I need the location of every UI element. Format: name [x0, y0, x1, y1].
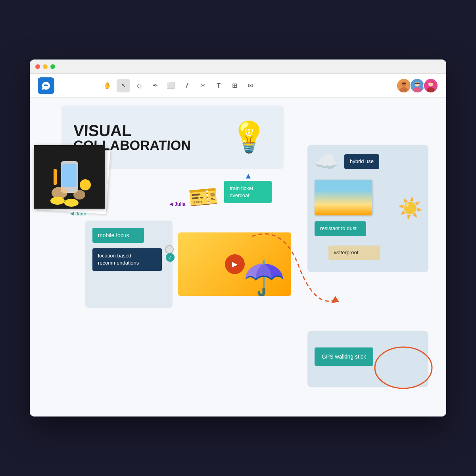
avatar-user1[interactable] — [396, 78, 411, 93]
cursor-jane: Jane — [70, 211, 86, 217]
svg-point-12 — [80, 179, 91, 190]
video-card[interactable]: ☂️ ▶ — [178, 232, 291, 296]
svg-marker-20 — [331, 296, 339, 303]
phone-photo — [34, 145, 105, 209]
sticky-mobile-focus[interactable]: mobile focus — [92, 228, 144, 243]
cursor-julia: Julia — [169, 202, 185, 207]
avatar-user2[interactable] — [410, 78, 425, 93]
sticky-resistant[interactable]: resistant to dust — [315, 221, 366, 236]
tool-table[interactable]: ⊞ — [228, 79, 241, 92]
tool-email[interactable]: ✉ — [244, 79, 257, 92]
sticky-waterproof[interactable]: waterproof — [328, 246, 380, 260]
svg-rect-13 — [54, 169, 57, 185]
avatar-user3[interactable] — [423, 78, 438, 93]
sticky-train-ticket[interactable]: train ticket overcoat — [224, 181, 272, 203]
train-ticket-area: 🎫 train ticket overcoat — [188, 181, 272, 211]
tool-pen[interactable]: ✒ — [148, 79, 162, 92]
svg-point-4 — [415, 82, 420, 86]
browser-titlebar — [30, 60, 446, 74]
sky-photo — [315, 180, 372, 215]
left-panel: mobile focus location based recommendati… — [85, 221, 173, 308]
umbrella-icon: ☂️ — [243, 258, 285, 296]
sticky-hybrid-use[interactable]: hybrid use — [344, 154, 379, 169]
toolbar: ✋ ↖ ◇ ✒ ⬜ / ✂ T ⊞ ✉ — [30, 74, 446, 98]
sticky-location-based[interactable]: location based recommendations — [92, 248, 162, 271]
canvas[interactable]: VISUAL COLLABORATION 💡 Jason — [30, 98, 446, 416]
svg-point-19 — [64, 199, 79, 207]
sun-drawing: ☀️ — [398, 197, 422, 220]
traffic-lights — [35, 64, 55, 69]
right-panel-top: ☁️ hybrid use ☀️ resistant to dust water… — [307, 145, 428, 272]
svg-rect-15 — [62, 164, 77, 187]
toolbar-avatars — [398, 78, 438, 93]
tool-hand[interactable]: ✋ — [101, 79, 114, 92]
tool-eraser[interactable]: ⬜ — [164, 79, 178, 92]
app-content: ✋ ↖ ◇ ✒ ⬜ / ✂ T ⊞ ✉ — [30, 74, 446, 416]
cloud-icon: ☁️ — [315, 152, 338, 171]
photo-stack — [34, 145, 105, 209]
tool-select[interactable]: ↖ — [117, 79, 130, 92]
train-icon: 🎫 — [187, 182, 219, 212]
traffic-light-green[interactable] — [50, 64, 55, 69]
browser-window: ✋ ↖ ◇ ✒ ⬜ / ✂ T ⊞ ✉ — [30, 60, 446, 416]
svg-point-17 — [73, 190, 85, 200]
tool-shape[interactable]: ◇ — [132, 79, 146, 92]
tool-line[interactable]: / — [180, 79, 194, 92]
toolbar-tools: ✋ ↖ ◇ ✒ ⬜ / ✂ T ⊞ ✉ — [101, 79, 257, 92]
traffic-light-red[interactable] — [35, 64, 40, 69]
app-logo[interactable] — [38, 77, 54, 94]
svg-point-18 — [50, 197, 65, 205]
traffic-light-yellow[interactable] — [43, 64, 48, 69]
play-button[interactable]: ▶ — [225, 254, 245, 274]
tool-scissors[interactable]: ✂ — [196, 79, 209, 92]
lightbulb-decoration: 💡 — [230, 120, 268, 155]
sticky-gps[interactable]: GPS walking stick — [315, 347, 373, 366]
gps-card: GPS walking stick — [307, 331, 428, 387]
tool-text[interactable]: T — [212, 79, 225, 92]
